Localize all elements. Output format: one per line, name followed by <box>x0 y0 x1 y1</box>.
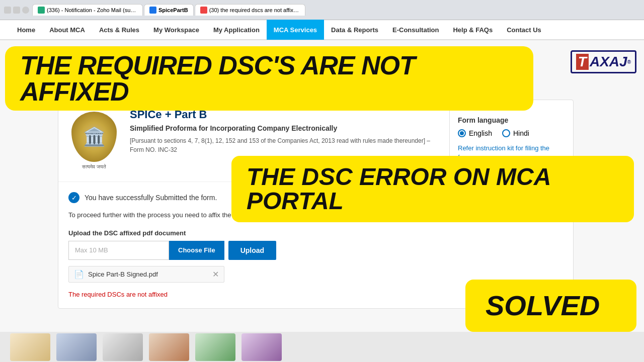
radio-hindi-circle <box>502 129 510 137</box>
tab-zohomail[interactable]: (336) - Notification - Zoho Mail (suppor… <box>32 4 143 16</box>
browser-bar: (336) - Notification - Zoho Mail (suppor… <box>0 0 644 20</box>
emblem-icon: 🏛️ <box>83 126 106 147</box>
nav-home[interactable]: Home <box>10 20 42 40</box>
browser-controls <box>4 7 29 14</box>
tab-favicon-youtube <box>200 7 207 14</box>
tab-youtube[interactable]: (30) the required dscs are not affixed -… <box>195 4 305 16</box>
nav-about-mca[interactable]: About MCA <box>42 20 92 40</box>
nav-help-faqs[interactable]: Help & FAQs <box>446 20 500 40</box>
tab-favicon-zohomail <box>38 7 45 14</box>
logo-box: T AXAJ ® <box>571 50 636 73</box>
mid-banner-text: THE DSC ERROR ON MCA PORTAL <box>247 165 619 213</box>
main-area: THE REQUIRED DSC'S ARE NOT AFFIXED T AXA… <box>0 40 644 362</box>
tab-bar: (336) - Notification - Zoho Mail (suppor… <box>32 4 640 16</box>
file-icon: 📄 <box>74 269 84 279</box>
emblem: 🏛️ सत्यमेव जयते <box>66 108 122 173</box>
thumb-3[interactable] <box>103 333 143 361</box>
file-name: Spice Part-B Signed.pdf <box>88 270 208 278</box>
back-btn[interactable] <box>4 7 11 14</box>
upload-button[interactable]: Upload <box>228 241 276 260</box>
forward-btn[interactable] <box>13 7 20 14</box>
radio-english-circle <box>458 129 466 137</box>
form-language-title: Form language <box>458 116 557 124</box>
tab-favicon-spice <box>149 7 156 14</box>
mid-banner: THE DSC ERROR ON MCA PORTAL <box>231 156 634 222</box>
success-icon: ✓ <box>68 192 79 203</box>
thumb-6[interactable] <box>242 333 282 361</box>
solved-banner-text: SOLVED <box>486 292 616 320</box>
solved-banner: SOLVED <box>465 280 636 332</box>
thumb-5[interactable] <box>195 333 235 361</box>
logo-t-icon: T <box>576 54 589 70</box>
taxaj-logo: T AXAJ ® <box>571 50 636 73</box>
radio-english[interactable]: English <box>458 129 492 137</box>
choose-file-button[interactable]: Choose File <box>169 241 224 260</box>
radio-group-language: English Hindi <box>458 129 557 137</box>
radio-hindi-label: Hindi <box>513 129 529 137</box>
top-banner: THE REQUIRED DSC'S ARE NOT AFFIXED <box>5 46 533 111</box>
radio-hindi[interactable]: Hindi <box>502 129 529 137</box>
file-close-button[interactable]: ✕ <box>212 269 219 279</box>
form-description: [Pursuant to sections 4, 7, 8(1), 12, 15… <box>130 136 441 154</box>
nav-bar: Home About MCA Acts & Rules My Workspace… <box>0 20 644 40</box>
upload-placeholder: Max 10 MB <box>68 241 169 260</box>
logo-text: AXAJ <box>590 54 627 70</box>
nav-acts-rules[interactable]: Acts & Rules <box>92 20 146 40</box>
top-banner-text: THE REQUIRED DSC'S ARE NOT AFFIXED <box>20 52 518 105</box>
nav-mca-services[interactable]: MCA Services <box>267 20 324 40</box>
logo-registered: ® <box>627 59 631 65</box>
upload-label: Upload the DSC affixed pdf document <box>68 229 563 237</box>
thumb-1[interactable] <box>10 333 50 361</box>
emblem-img: 🏛️ <box>71 112 117 162</box>
tab-spicepart[interactable]: SpicePartB <box>144 4 194 16</box>
reload-btn[interactable] <box>22 7 29 14</box>
form-subtitle: Simplified Proforma for Incorporating Co… <box>130 124 441 132</box>
nav-contact-us[interactable]: Contact Us <box>500 20 548 40</box>
success-text: You have successfully Submitted the form… <box>85 194 217 202</box>
file-row: 📄 Spice Part-B Signed.pdf ✕ <box>68 266 224 283</box>
radio-english-label: English <box>469 129 492 137</box>
nav-data-reports[interactable]: Data & Reports <box>324 20 385 40</box>
nav-e-consultation[interactable]: E-Consultation <box>385 20 446 40</box>
emblem-text: सत्यमेव जयते <box>82 164 106 170</box>
bottom-strip <box>0 332 644 362</box>
thumb-2[interactable] <box>56 333 97 361</box>
nav-my-application[interactable]: My Application <box>206 20 267 40</box>
upload-row: Max 10 MB Choose File Upload <box>68 241 563 260</box>
nav-my-workspace[interactable]: My Workspace <box>146 20 206 40</box>
thumb-4[interactable] <box>149 333 189 361</box>
